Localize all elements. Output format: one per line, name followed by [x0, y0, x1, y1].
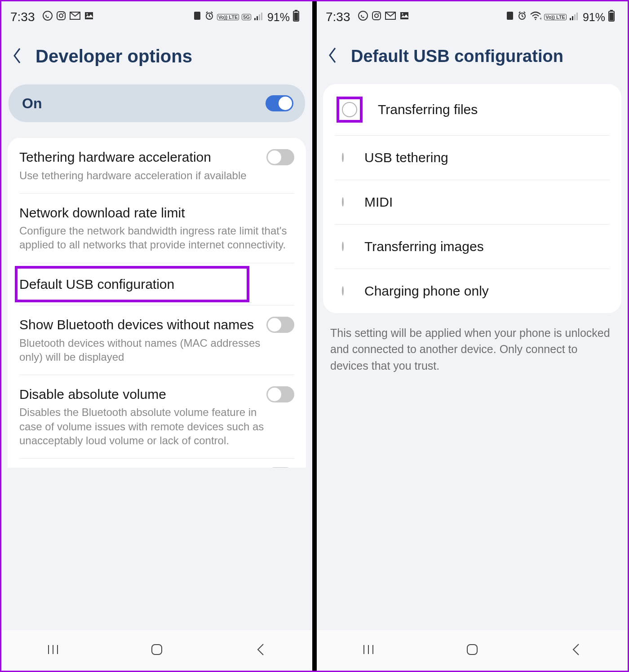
signal-icon — [569, 11, 579, 23]
svg-point-26 — [402, 13, 403, 15]
nav-bar — [317, 630, 628, 671]
svg-text:+: + — [540, 16, 541, 21]
svg-point-6 — [86, 13, 88, 15]
svg-rect-11 — [259, 14, 260, 20]
radio-icon[interactable] — [342, 286, 344, 296]
screen-divider — [312, 1, 317, 671]
nav-back-icon[interactable] — [567, 641, 585, 660]
row-desc: Configure the network bandwidth ingress … — [19, 224, 294, 252]
svg-point-2 — [59, 14, 63, 18]
row-abs-volume[interactable]: Disable absolute volume Disables the Blu… — [8, 375, 306, 458]
svg-rect-31 — [570, 18, 571, 20]
status-time: 7:33 — [10, 10, 35, 24]
status-bar: 7:33 + Vo)) LTE — [317, 1, 628, 33]
toggle-cutoff[interactable] — [266, 467, 294, 468]
volte-icon: Vo)) LTE — [544, 14, 567, 20]
svg-rect-37 — [610, 13, 614, 21]
row-cut-off[interactable]: x — [8, 459, 306, 468]
usb-options-list: Transferring files USB tethering MIDI Tr… — [323, 84, 621, 313]
status-right: + Vo)) LTE 91% — [505, 10, 615, 24]
highlight-box-icon — [15, 266, 249, 303]
page-title: Developer options — [35, 46, 192, 66]
option-label: Charging phone only — [364, 283, 489, 299]
instagram-icon — [56, 10, 66, 24]
status-left: 7:33 — [10, 10, 94, 24]
svg-rect-5 — [85, 12, 93, 19]
nav-home-icon[interactable] — [148, 641, 166, 660]
radio-icon[interactable] — [342, 102, 357, 117]
row-tethering-hw[interactable]: Tethering hardware acceleration Use teth… — [8, 138, 306, 193]
fiveg-icon: 5G — [242, 14, 251, 20]
svg-rect-19 — [152, 645, 162, 654]
row-default-usb[interactable]: Default USB configuration — [8, 263, 306, 305]
row-title: Network download rate limit — [19, 204, 294, 221]
battery-percent: 91% — [583, 11, 605, 24]
svg-rect-36 — [610, 10, 613, 11]
svg-rect-10 — [257, 16, 258, 20]
gmail-icon — [69, 10, 81, 24]
option-midi[interactable]: MIDI — [323, 180, 621, 224]
card-icon — [505, 11, 514, 23]
nav-home-icon[interactable] — [463, 641, 481, 660]
phone-right: 7:33 + Vo)) LTE — [317, 1, 628, 671]
toggle-abs-volume[interactable] — [266, 386, 294, 402]
row-desc: Disables the Bluetooth absolute volume f… — [19, 405, 272, 447]
option-label: Transferring files — [378, 102, 478, 117]
radio-icon[interactable] — [342, 153, 344, 162]
master-toggle[interactable] — [266, 95, 293, 111]
gallery-icon — [399, 10, 410, 24]
info-text: This setting will be applied when your p… — [317, 313, 628, 385]
nav-recent-icon[interactable] — [44, 641, 62, 660]
row-title: Show Bluetooth devices without names — [19, 316, 260, 333]
whatsapp-icon — [42, 10, 53, 24]
radio-icon[interactable] — [342, 242, 344, 251]
master-toggle-row[interactable]: On — [9, 84, 305, 122]
option-label: Transferring images — [364, 239, 484, 254]
alarm-icon — [204, 11, 214, 23]
svg-rect-33 — [574, 14, 576, 20]
status-left: 7:33 — [326, 10, 410, 24]
row-bt-no-names[interactable]: Show Bluetooth devices without names Blu… — [8, 305, 306, 375]
master-toggle-label: On — [22, 95, 42, 112]
option-label: MIDI — [364, 195, 393, 210]
card-icon — [193, 11, 202, 23]
svg-point-23 — [378, 13, 380, 14]
gallery-icon — [84, 10, 94, 24]
page-header: Default USB configuration — [317, 33, 628, 84]
svg-rect-7 — [194, 12, 200, 20]
status-bar: 7:33 Vo)) LTE 5G — [1, 1, 312, 33]
phone-left: 7:33 Vo)) LTE 5G — [1, 1, 312, 671]
svg-rect-25 — [400, 12, 408, 19]
toggle-tethering-hw[interactable] — [266, 149, 294, 165]
battery-icon — [292, 10, 300, 24]
row-title: Disable absolute volume — [19, 386, 260, 403]
option-usb-tethering[interactable]: USB tethering — [323, 136, 621, 180]
back-icon[interactable] — [11, 47, 23, 66]
svg-rect-34 — [576, 13, 578, 20]
row-desc: Use tethering hardware acceleration if a… — [19, 168, 261, 182]
gmail-icon — [385, 10, 396, 24]
svg-point-22 — [375, 14, 378, 18]
svg-rect-12 — [261, 13, 262, 20]
row-network-rate[interactable]: Network download rate limit Configure th… — [8, 194, 306, 263]
row-desc: Bluetooth devices without names (MAC add… — [19, 336, 261, 364]
toggle-bt-no-names[interactable] — [266, 317, 294, 333]
highlight-box-icon — [337, 97, 363, 123]
instagram-icon — [371, 10, 382, 24]
svg-rect-15 — [294, 13, 298, 21]
page-title: Default USB configuration — [351, 47, 563, 66]
back-icon[interactable] — [327, 46, 338, 66]
radio-icon[interactable] — [342, 197, 344, 207]
battery-icon — [608, 10, 615, 24]
svg-point-3 — [63, 13, 64, 14]
svg-rect-32 — [572, 16, 573, 20]
svg-rect-27 — [507, 12, 513, 20]
option-label: USB tethering — [364, 150, 448, 165]
svg-point-29 — [535, 19, 536, 20]
option-transferring-files[interactable]: Transferring files — [323, 84, 621, 135]
page-header: Developer options — [1, 33, 312, 84]
option-charging-only[interactable]: Charging phone only — [323, 269, 621, 313]
nav-recent-icon[interactable] — [359, 641, 377, 660]
option-transferring-images[interactable]: Transferring images — [323, 225, 621, 269]
nav-back-icon[interactable] — [252, 641, 270, 660]
